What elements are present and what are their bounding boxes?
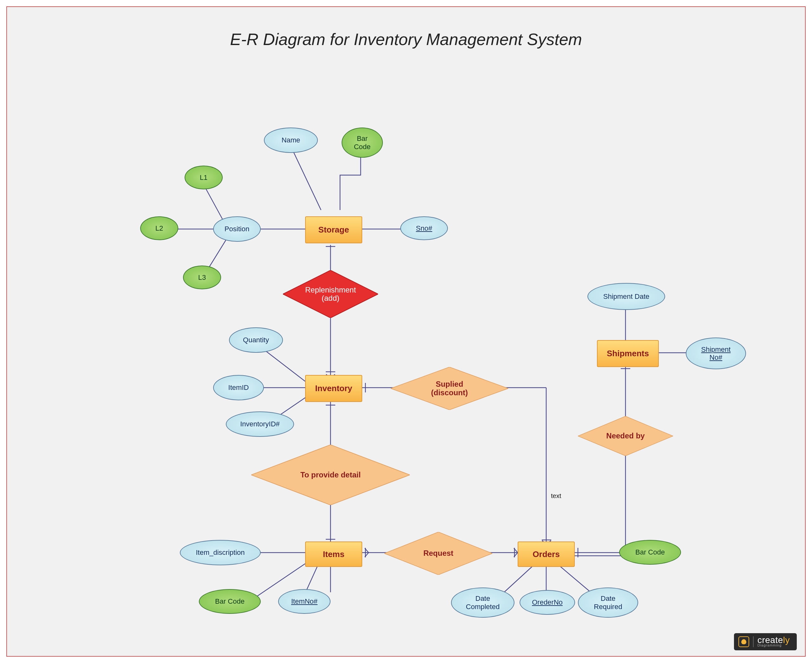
attr-quantity: Quantity	[229, 327, 283, 353]
attr-orderno-text: OrederNo	[532, 598, 563, 606]
entity-storage: Storage	[305, 216, 362, 243]
attr-itemno: ItemNo#	[278, 589, 331, 614]
entity-items: Items	[305, 542, 362, 567]
attr-l1: L1	[185, 166, 223, 189]
relationship-request: Request	[384, 532, 492, 575]
entity-inventory: Inventory	[305, 375, 362, 402]
relationship-needed-by-label: Needed by	[603, 432, 648, 440]
entity-orders: Orders	[518, 542, 575, 567]
attr-orderno: OrederNo	[520, 590, 575, 615]
attr-barcode-storage: Bar Code	[342, 128, 383, 158]
svg-line-8	[264, 349, 305, 381]
attr-name: Name	[264, 128, 318, 153]
relationship-supplied: Suplied (discount)	[391, 367, 508, 410]
attr-barcode-orders: Bar Code	[619, 540, 681, 565]
relationship-to-provide-detail: To provide detail	[251, 445, 410, 505]
attr-barcode-items: Bar Code	[199, 589, 261, 614]
attr-date-completed: Date Completed	[451, 587, 515, 618]
attr-sno-text: Sno#	[416, 224, 432, 232]
attr-l3: L3	[183, 265, 221, 289]
attr-sno: Sno#	[400, 216, 448, 240]
entity-shipments: Shipments	[597, 340, 659, 367]
brand-name-b: ly	[783, 635, 790, 645]
attr-position: Position	[213, 216, 261, 242]
attr-shipment-date: Shipment Date	[588, 283, 665, 310]
relationship-to-provide-detail-label: To provide detail	[297, 471, 364, 479]
attr-l2: L2	[140, 216, 178, 240]
attr-itemno-text: ItemNo#	[291, 597, 318, 605]
attr-itemid: ItemID	[213, 375, 264, 400]
bulb-icon	[738, 636, 749, 647]
connector-label-text: text	[551, 492, 561, 500]
relationship-request-label: Request	[420, 549, 457, 557]
svg-line-4	[203, 184, 223, 220]
attr-inventoryid: InventoryID#	[226, 411, 294, 437]
relationship-needed-by: Needed by	[578, 416, 673, 456]
relationship-supplied-label: Suplied (discount)	[428, 380, 471, 397]
diagram-frame: E-R Diagram for Inventory Management Sys…	[6, 6, 806, 657]
attr-shipment-no-text: Shipment No#	[701, 346, 731, 362]
relationship-replenishment-label: Replenishment (add)	[302, 286, 359, 302]
attr-shipment-no: Shipment No#	[686, 338, 746, 369]
diagram-canvas: Storage Inventory Shipments Items Orders…	[7, 7, 805, 656]
attr-item-description: Item_discription	[180, 540, 261, 565]
creately-badge: creately Diagramming	[734, 633, 797, 650]
svg-line-0	[292, 150, 321, 210]
relationship-replenishment: Replenishment (add)	[283, 270, 378, 318]
attr-date-required: Date Required	[578, 587, 638, 618]
